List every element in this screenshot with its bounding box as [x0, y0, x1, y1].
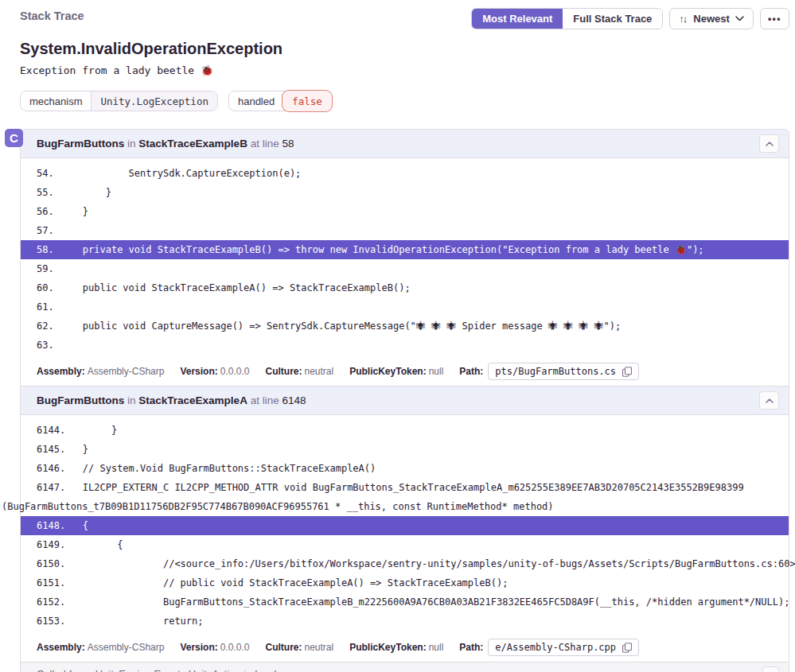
code-block: 54. SentrySdk.CaptureException(e);55. }5… [21, 158, 789, 359]
chevron-up-icon [766, 398, 774, 403]
more-options-button[interactable]: ••• [760, 8, 789, 29]
culture-pair: Culture:neutral [265, 642, 333, 653]
code-line: 62. public void CaptureMessage() => Sent… [21, 317, 789, 336]
code-line: 6150. //<source_info:/Users/bitfox/Works… [21, 554, 789, 573]
tag-mechanism: mechanism Unity.LogException [20, 91, 218, 111]
sort-arrows-icon: ↑↓ [679, 13, 688, 25]
code-line: 54. SentrySdk.CaptureException(e); [21, 164, 789, 183]
frame-at-line-label: at line [251, 394, 279, 406]
called-from-label: Called from: [37, 668, 92, 672]
exception-message: Exception from a lady beetle 🐞 [20, 64, 789, 76]
code-line: 6144. } [21, 421, 789, 440]
ellipsis-icon: ••• [768, 14, 781, 25]
tag-value-error: false [283, 91, 332, 111]
path-box: pts/BugFarmButtons.cs [488, 363, 639, 380]
path-pair: Path: e/Assembly-CSharp.cpp [459, 639, 639, 656]
frame-header-1[interactable]: BugFarmButtons in StackTraceExampleB at … [21, 130, 789, 158]
path-text: pts/BugFarmButtons.cs [495, 366, 616, 377]
path-text: e/Assembly-CSharp.cpp [495, 642, 616, 653]
csharp-platform-icon: C [5, 129, 23, 147]
frame-in-label: in [127, 138, 136, 150]
code-line: 6145. } [21, 440, 789, 459]
code-line: 6153. return; [21, 612, 789, 631]
assembly-pair: Assembly:Assembly-CSharp [37, 642, 164, 653]
frame-in-label: in [127, 394, 136, 406]
code-line: 59. [21, 259, 789, 278]
code-block: 6144. }6145. }6146. // System.Void BugFa… [21, 415, 789, 635]
code-line: 63. [21, 336, 789, 355]
sort-newest-button[interactable]: ↑↓ Newest [669, 8, 754, 29]
section-title: Stack Trace [20, 8, 84, 22]
collapse-frame-button[interactable] [759, 391, 779, 410]
frame-module: BugFarmButtons [37, 138, 124, 150]
header-actions: Most Relevant Full Stack Trace ↑↓ Newest… [471, 8, 789, 29]
assembly-meta-row: Assembly:Assembly-CSharp Version:0.0.0.0… [21, 635, 789, 662]
tag-key: mechanism [21, 91, 91, 111]
frame-line-number: 58 [282, 138, 294, 150]
frame-line-number: 6148 [282, 394, 306, 406]
called-from-text: Called from: UnityEngine.Events.UnityAct… [37, 668, 285, 672]
tab-most-relevant[interactable]: Most Relevant [472, 9, 563, 29]
culture-pair: Culture:neutral [265, 366, 333, 377]
code-line: 6147. IL2CPP_EXTERN_C IL2CPP_METHOD_ATTR… [21, 478, 789, 497]
sort-button-label: Newest [693, 13, 730, 25]
code-line: 6152. BugFarmButtons_StackTraceExampleB_… [21, 592, 789, 612]
code-line: 55. } [21, 183, 789, 202]
called-from-row: Called from: UnityEngine.Events.UnityAct… [21, 662, 789, 672]
assembly-meta-row: Assembly:Assembly-CSharp Version:0.0.0.0… [21, 359, 789, 386]
token-pair: PublicKeyToken:null [349, 642, 443, 653]
code-line: 56. } [21, 202, 789, 221]
active-code-line: 58. private void StackTraceExampleB() =>… [21, 240, 789, 259]
stack-trace-container: C BugFarmButtons in StackTraceExampleB a… [20, 129, 789, 672]
active-code-line: 6148. { [21, 516, 789, 535]
code-line-wrapped: (BugFarmButtons_t7B09B1D11756DB2F95C774B… [2, 497, 789, 516]
expand-caller-button[interactable] [762, 666, 779, 672]
tag-key: handled [229, 91, 283, 111]
code-line: 6146. // System.Void BugFarmButtons::Sta… [21, 459, 789, 478]
caller-function: Invoke [255, 668, 285, 672]
copy-path-button[interactable] [622, 643, 632, 653]
frame-title: BugFarmButtons in StackTraceExampleB at … [37, 138, 294, 150]
caller-in-label: in [244, 668, 251, 672]
code-line: 60. public void StackTraceExampleA() => … [21, 278, 789, 297]
assembly-pair: Assembly:Assembly-CSharp [37, 366, 164, 377]
frame-at-line-label: at line [251, 138, 279, 150]
path-pair: Path: pts/BugFarmButtons.cs [459, 363, 639, 380]
tags-row: mechanism Unity.LogException handled fal… [20, 91, 789, 111]
frame-header-2[interactable]: BugFarmButtons in StackTraceExampleA at … [21, 386, 789, 415]
token-pair: PublicKeyToken:null [349, 366, 443, 377]
collapse-frame-button[interactable] [759, 134, 779, 153]
path-box: e/Assembly-CSharp.cpp [488, 639, 639, 656]
code-line: 61. [21, 297, 789, 317]
copy-path-button[interactable] [622, 367, 632, 377]
frame-module: BugFarmButtons [37, 394, 124, 406]
tab-full-stack-trace[interactable]: Full Stack Trace [563, 9, 662, 29]
copy-icon [622, 367, 632, 377]
chevron-down-icon [735, 16, 744, 21]
tag-value: Unity.LogException [91, 91, 216, 111]
copy-icon [622, 643, 632, 653]
code-line: 6149. { [21, 535, 789, 554]
view-toggle-group: Most Relevant Full Stack Trace [471, 8, 663, 29]
version-pair: Version:0.0.0.0 [180, 366, 249, 377]
frame-function: StackTraceExampleA [138, 394, 247, 406]
caller-module: UnityEngine.Events.UnityAction [95, 668, 241, 672]
stack-trace-panel: Stack Trace Most Relevant Full Stack Tra… [0, 0, 795, 672]
tag-handled: handled false [228, 91, 332, 111]
chevron-up-icon [766, 142, 774, 146]
code-line: 57. [21, 221, 789, 240]
code-line: 6151. // public void StackTraceExampleA(… [21, 573, 789, 592]
frame-title: BugFarmButtons in StackTraceExampleA at … [37, 394, 306, 406]
exception-type: System.InvalidOperationException [20, 40, 789, 58]
panel-header: Stack Trace Most Relevant Full Stack Tra… [20, 8, 789, 29]
frame-function: StackTraceExampleB [138, 138, 247, 150]
version-pair: Version:0.0.0.0 [180, 642, 249, 653]
